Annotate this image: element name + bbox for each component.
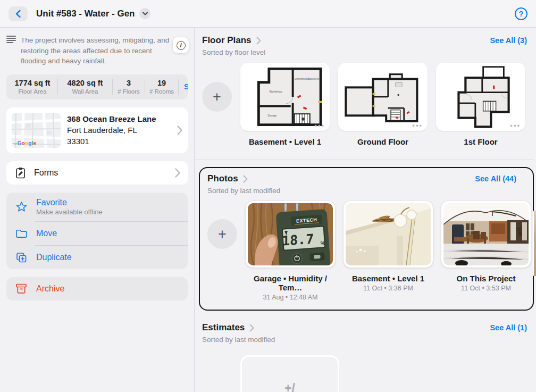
- floor-plan-card-first[interactable]: •••: [436, 63, 525, 131]
- photo-card-slot: On This Project 11 Oct • 3:53 PM: [441, 201, 531, 292]
- chevron-right-icon: [243, 175, 248, 183]
- add-floor-plan-button[interactable]: +: [202, 82, 232, 112]
- photo-card-slot: EXTECH 18.7 %: [246, 201, 335, 301]
- chevron-left-icon: [15, 10, 21, 18]
- address-text: 368 Ocean Breeze Lane Fort Lauderdale, F…: [67, 113, 156, 147]
- project-title-row: Unit #583 - Water - Gen: [36, 8, 150, 19]
- top-bar: Unit #583 - Water - Gen ?: [0, 0, 536, 28]
- photo-card-moisture-meter[interactable]: EXTECH 18.7 %: [246, 201, 335, 268]
- floor-plan-label: 1st Floor: [436, 137, 525, 146]
- floor-plans-subtitle: Sorted by floor level: [202, 48, 536, 56]
- info-icon: i: [177, 41, 186, 50]
- photo-label: On This Project: [441, 274, 531, 283]
- floor-plan-image: [443, 65, 518, 129]
- favorite-text: Favorite Make available offline: [36, 198, 103, 216]
- photo-timestamp: 31 Aug • 12:48 AM: [246, 294, 335, 301]
- floor-plans-title[interactable]: Floor Plans: [202, 35, 252, 46]
- floor-plans-see-all-link[interactable]: See All (3): [490, 36, 527, 45]
- photo-card-partial[interactable]: [533, 211, 536, 276]
- chevron-right-icon: [177, 126, 182, 135]
- photo-timestamp: 11 Oct • 3:53 PM: [441, 285, 531, 292]
- chevron-down-icon: [143, 12, 148, 15]
- stats-see-more-link[interactable]: See: [179, 82, 188, 91]
- floor-plans-row: +: [202, 63, 536, 146]
- floor-plan-label: Basement • Level 1: [240, 137, 330, 146]
- archive-box-icon: [15, 283, 28, 294]
- clipboard-form-icon: [14, 167, 27, 179]
- plus-icon: +: [213, 89, 221, 105]
- title-dropdown-button[interactable]: [139, 8, 150, 19]
- more-options-icon[interactable]: •••: [412, 122, 423, 130]
- stat-rooms: 19 # Rooms: [145, 79, 178, 95]
- svg-text:Unfinished Basement: Unfinished Basement: [295, 78, 320, 80]
- photo-label: Basement • Level 1: [344, 274, 433, 283]
- sidebar: The project involves assessing, mitigati…: [0, 28, 195, 392]
- photo-card-ceiling-damage[interactable]: [344, 201, 433, 268]
- address-card[interactable]: stGoogle 368 Ocean Breeze Lane Fort Laud…: [6, 107, 188, 153]
- floor-plan-card-ground[interactable]: •••: [338, 63, 428, 131]
- stat-floors: 3 # Floors: [113, 79, 145, 95]
- photos-see-all-link[interactable]: See All (44): [475, 174, 516, 183]
- help-button[interactable]: ?: [515, 7, 527, 20]
- info-button[interactable]: i: [173, 37, 189, 53]
- map-thumbnail: stGoogle: [12, 113, 61, 148]
- floor-plan-image: [343, 67, 423, 127]
- floor-plan-card-slot: ••• Ground Floor: [338, 63, 428, 146]
- more-options-icon[interactable]: •••: [510, 122, 521, 130]
- duplicate-icon: [15, 252, 28, 263]
- forms-card[interactable]: Forms: [6, 161, 188, 185]
- star-icon: [15, 201, 28, 213]
- project-description-row: The project involves assessing, mitigati…: [6, 35, 188, 66]
- chevron-right-icon: [175, 168, 180, 178]
- stats-card: 1774 sq ft Floor Area 4820 sq ft Wall Ar…: [6, 74, 188, 99]
- back-button[interactable]: [9, 6, 28, 21]
- duplicate-button[interactable]: Duplicate: [6, 246, 188, 269]
- forms-label: Forms: [34, 168, 58, 178]
- floor-plan-card-basement[interactable]: Workshop Unfinished Basement Storage •••: [240, 63, 330, 131]
- address-line1: 368 Ocean Breeze Lane: [67, 113, 156, 124]
- project-description: The project involves assessing, mitigati…: [21, 35, 174, 66]
- add-estimate-icon: +/: [284, 381, 295, 392]
- address-line3: 33301: [67, 136, 156, 147]
- photos-title[interactable]: Photos: [207, 173, 238, 184]
- add-photo-button[interactable]: +: [207, 219, 237, 249]
- folder-icon: [15, 228, 28, 239]
- estimates-section: Estimates See All (1) Sorted by last mod…: [202, 322, 536, 392]
- estimates-subtitle: Sorted by last modified: [202, 336, 536, 344]
- actions-group: Favorite Make available offline Move: [6, 193, 188, 269]
- google-logo: stGoogle: [14, 140, 36, 146]
- photo-timestamp: 11 Oct • 3:36 PM: [344, 285, 433, 292]
- photo-card-slot: Basement • Level 1 11 Oct • 3:36 PM: [344, 201, 433, 292]
- main-content: Floor Plans See All (3) Sorted by floor …: [195, 28, 536, 392]
- chevron-right-icon: [256, 37, 261, 45]
- ceiling-damage-photo: [346, 203, 431, 265]
- more-options-icon[interactable]: •••: [314, 122, 325, 130]
- photo-label: Garage • Humidity / Tem…: [246, 274, 335, 292]
- floor-plan-card-slot: ••• 1st Floor: [436, 63, 525, 146]
- floor-plan-image: Workshop Unfinished Basement Storage: [246, 65, 324, 128]
- photo-card-panorama[interactable]: [441, 201, 531, 268]
- text-lines-icon: [6, 35, 16, 66]
- move-button[interactable]: Move: [6, 222, 188, 245]
- stat-wall-area: 4820 sq ft Wall Area: [58, 79, 112, 95]
- svg-text:Workshop: Workshop: [269, 90, 282, 93]
- divider: [195, 159, 534, 160]
- chevron-right-icon: [249, 324, 254, 332]
- plus-icon: +: [218, 226, 227, 243]
- moisture-meter-photo: EXTECH 18.7 %: [248, 203, 333, 265]
- question-mark-icon: ?: [519, 10, 524, 18]
- page-title: Unit #583 - Water - Gen: [36, 9, 135, 19]
- svg-text:%: %: [320, 240, 325, 246]
- stat-floor-area: 1774 sq ft Floor Area: [7, 79, 57, 95]
- estimates-title[interactable]: Estimates: [202, 322, 245, 333]
- add-estimate-card[interactable]: +/: [240, 355, 339, 392]
- archive-button[interactable]: Archive: [6, 277, 188, 301]
- floor-plan-card-slot: Workshop Unfinished Basement Storage •••…: [240, 63, 330, 146]
- estimates-see-all-link[interactable]: See All (1): [490, 323, 527, 332]
- floor-plan-label: Ground Floor: [338, 137, 428, 146]
- app-root: Unit #583 - Water - Gen ?: [0, 0, 536, 392]
- favorite-button[interactable]: Favorite Make available offline: [6, 193, 188, 221]
- panorama-photo: [443, 203, 529, 265]
- floor-plans-section: Floor Plans See All (3) Sorted by floor …: [202, 35, 536, 146]
- body: The project involves assessing, mitigati…: [0, 28, 536, 392]
